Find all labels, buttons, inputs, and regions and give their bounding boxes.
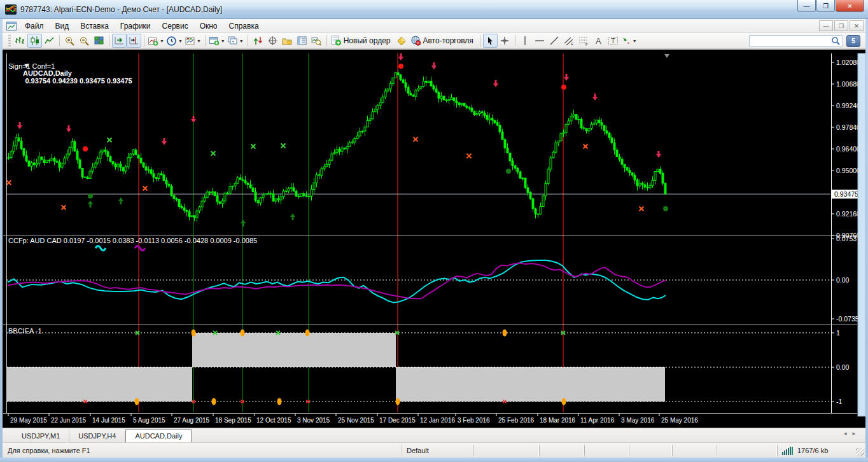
window-restore-button[interactable]: ❐ <box>816 0 835 12</box>
time-axis-label: 12 Oct 2015 <box>256 417 291 424</box>
text-button[interactable]: A <box>591 34 606 48</box>
new-order-button[interactable]: Новый ордер <box>330 34 395 48</box>
child-restore-button[interactable]: ❐ <box>834 20 848 31</box>
status-traffic: 1767/6 kb <box>777 445 853 456</box>
sell-dot-icon <box>561 85 566 90</box>
window-border-right <box>865 19 868 459</box>
menu-item-5[interactable]: Окно <box>194 20 223 32</box>
profiles-button[interactable]: ▼ <box>227 34 245 48</box>
line-chart-button[interactable] <box>42 34 57 48</box>
window-minimize-button[interactable]: — <box>797 0 816 12</box>
bar-chart-button[interactable] <box>13 34 27 48</box>
tab-audcad-daily[interactable]: AUDCAD,Daily <box>125 429 192 443</box>
price-axis-label: 1.02080 <box>836 59 860 66</box>
strategy-tester-button[interactable] <box>309 34 324 48</box>
menu-items: ФайлВидВставкаГрафикиСервисОкноСправка <box>19 20 265 32</box>
price-axis-label: 0.96400 <box>836 145 860 153</box>
time-axis-label: 11 Apr 2016 <box>580 417 615 424</box>
trendline-button[interactable] <box>547 34 562 48</box>
indicator-axis-label: 1 <box>836 329 840 337</box>
time-axis-label: 25 Feb 2016 <box>498 417 535 424</box>
menu-bar: ФайлВидВставкаГрафикиСервисОкноСправка —… <box>3 19 865 33</box>
tile-windows-button[interactable] <box>92 34 106 48</box>
status-segment <box>539 445 584 456</box>
vertical-line-button[interactable] <box>518 34 533 48</box>
status-profile[interactable]: Default <box>402 445 473 456</box>
menu-item-2[interactable]: Вставка <box>74 20 115 32</box>
equidistant-channel-button[interactable]: E <box>562 34 577 48</box>
bbciea-dot-icon <box>562 398 566 405</box>
svg-text:E: E <box>571 42 573 46</box>
menu-item-6[interactable]: Справка <box>223 20 265 32</box>
title-bar: 9787743: Alpari-ECN-Demo - Демо Счет - [… <box>0 0 868 19</box>
chevron-down-icon: ▼ <box>239 39 244 43</box>
price-axis-label: 0.92160 <box>836 210 860 218</box>
data-window-button[interactable] <box>265 34 280 48</box>
status-help-text: Для справки, нажмите F1 <box>3 447 402 454</box>
navigator-button[interactable] <box>280 34 295 48</box>
time-axis-label: 22 Jun 2015 <box>51 417 86 424</box>
menu-item-0[interactable]: Файл <box>19 20 50 32</box>
tab-usdjpy-m1[interactable]: USDJPY,M1 <box>13 430 69 442</box>
periods-button[interactable]: ▼ <box>165 34 184 48</box>
indicator-axis-label: -0.0735 <box>836 315 859 323</box>
sell-dot-icon <box>398 64 403 69</box>
menu-item-3[interactable]: Графики <box>115 20 157 32</box>
bbciea-block <box>7 367 192 402</box>
chevron-down-icon: ▼ <box>633 39 637 43</box>
child-close-button[interactable]: ✕ <box>850 20 864 31</box>
auto-scroll-button[interactable] <box>112 34 127 48</box>
toolbar: ▼ ▼ ▼ ▼ ▼ <box>3 33 865 50</box>
chart-window-icon[interactable] <box>6 22 17 31</box>
svg-text:A: A <box>596 36 601 45</box>
terminal-button[interactable] <box>295 34 309 48</box>
horizontal-line-button[interactable] <box>533 34 547 48</box>
time-axis-label: 27 Aug 2015 <box>174 417 210 424</box>
cursor-button[interactable] <box>483 34 498 48</box>
bbciea-dot-icon <box>135 398 139 405</box>
search-input[interactable] <box>750 37 831 45</box>
chevron-down-icon: ▼ <box>221 39 225 43</box>
chart-shift-button[interactable] <box>127 34 141 48</box>
time-axis-label: 14 Jul 2015 <box>92 417 125 424</box>
window-close-button[interactable]: ✕ <box>836 0 864 12</box>
autotrading-button[interactable]: Авто-торговля <box>409 34 477 48</box>
bbciea-dot-icon <box>192 330 196 337</box>
bbciea-dot-icon <box>503 330 507 337</box>
vertical-scrollbar[interactable] <box>858 53 865 416</box>
resize-grip[interactable] <box>856 448 864 456</box>
menu-item-4[interactable]: Сервис <box>157 20 194 32</box>
arrows-button[interactable]: ▼ <box>620 34 638 48</box>
menu-item-1[interactable]: Вид <box>50 20 75 32</box>
tab-scroll-arrows[interactable]: ◄► <box>843 431 860 437</box>
zoom-out-button[interactable] <box>77 34 92 48</box>
templates-button[interactable]: ▼ <box>184 34 202 48</box>
time-axis-label: 29 May 2015 <box>10 417 47 424</box>
buy-dot-icon <box>88 193 93 199</box>
search-icon[interactable] <box>831 36 841 46</box>
text-label-button[interactable]: T <box>606 34 620 48</box>
new-chart-button[interactable]: ▼ <box>208 34 227 48</box>
time-axis-label: 5 Aug 2015 <box>133 417 165 424</box>
crosshair-button[interactable] <box>498 34 512 48</box>
chevron-down-icon: ▼ <box>197 39 201 43</box>
bbciea-block <box>192 333 396 367</box>
indicator-axis-label: -1 <box>836 398 842 405</box>
market-watch-button[interactable] <box>251 34 265 48</box>
time-axis-label: 25 May 2016 <box>661 417 698 424</box>
sell-dot-icon <box>83 146 88 151</box>
fibonacci-button[interactable]: F <box>577 34 591 48</box>
candlestick-chart-button[interactable] <box>27 34 42 48</box>
indicator-axis-label: 0.0753 <box>836 235 857 242</box>
metaeditor-button[interactable] <box>395 34 409 48</box>
indicators-button[interactable]: ▼ <box>147 34 165 48</box>
notifications-badge[interactable]: 5 <box>846 35 860 47</box>
tab-usdjpy-h4[interactable]: USDJPY,H4 <box>69 430 125 442</box>
chart-area[interactable]: 1.020801.006800.992400.978400.964000.950… <box>3 50 865 428</box>
indicator-axis-label: 0.00 <box>836 363 850 371</box>
window-border-left <box>0 19 3 459</box>
zoom-in-button[interactable] <box>62 34 77 48</box>
child-minimize-button[interactable]: — <box>819 20 833 31</box>
buy-dot-icon <box>506 169 511 174</box>
status-segment <box>672 445 717 456</box>
